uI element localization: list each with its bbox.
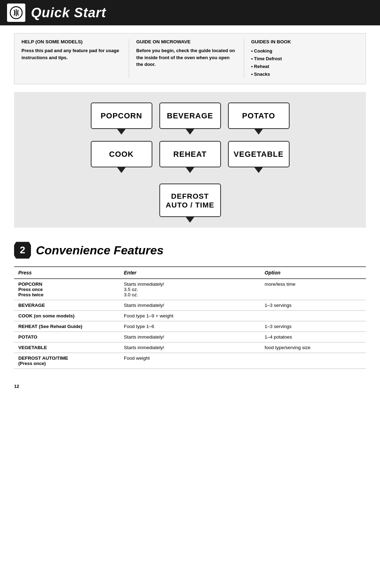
table-row: COOK (on some models)Food type 1–9 + wei… bbox=[14, 311, 366, 321]
press-cell: POTATO bbox=[14, 332, 120, 342]
beverage-label: BEVERAGE bbox=[167, 111, 213, 120]
cook-label: COOK bbox=[109, 150, 134, 159]
enter-cell: Food type 1–6 bbox=[120, 321, 260, 332]
option-cell: 1–3 servings bbox=[260, 321, 366, 332]
guide-item: Cooking bbox=[251, 47, 352, 55]
option-cell: food type/serving size bbox=[260, 342, 366, 353]
buttons-panel: POPCORN BEVERAGE POTATO COOK REHEAT VEGE… bbox=[14, 92, 366, 228]
page-header: Quick Start bbox=[0, 0, 380, 25]
logo-icon bbox=[9, 6, 23, 20]
press-label: POTATO bbox=[18, 334, 37, 340]
enter-cell: Starts immediately! bbox=[120, 342, 260, 353]
press-cell: BEVERAGE bbox=[14, 300, 120, 311]
press-cell: COOK (on some models) bbox=[14, 311, 120, 321]
popcorn-label: POPCORN bbox=[101, 111, 142, 120]
guide-item: Reheat bbox=[251, 63, 352, 70]
help-col-1-title: HELP (on some models) bbox=[21, 39, 122, 44]
help-col-2: GUIDE ON MICROWAVE Before you begin, che… bbox=[136, 39, 244, 78]
press-cell: DEFROST AUTO/TIME(Press once) bbox=[14, 353, 120, 369]
press-cell: POPCORNPress oncePress twice bbox=[14, 279, 120, 300]
press-label: VEGETABLE bbox=[18, 345, 47, 350]
enter-cell: Starts immediately! bbox=[120, 300, 260, 311]
press-label: REHEAT (See Reheat Guide) bbox=[18, 324, 82, 329]
press-label: COOK (on some models) bbox=[18, 313, 75, 318]
help-col-2-body: Before you begin, check the guide locate… bbox=[136, 47, 236, 68]
button-row-2: COOK REHEAT VEGETABLE bbox=[91, 141, 290, 167]
press-label: BEVERAGE bbox=[18, 303, 45, 308]
table-row: POPCORNPress oncePress twiceStarts immed… bbox=[14, 279, 366, 300]
help-col-1-body: Press this pad and any feature pad for u… bbox=[21, 47, 122, 61]
table-row: DEFROST AUTO/TIME(Press once)Food weight bbox=[14, 353, 366, 369]
help-col-3: GUIDES IN BOOK CookingTime DefrostReheat… bbox=[251, 39, 359, 78]
option-cell: 1–3 servings bbox=[260, 300, 366, 311]
vegetable-arrow bbox=[254, 167, 263, 173]
cook-arrow bbox=[117, 167, 126, 173]
table-row: VEGETABLEStarts immediately!food type/se… bbox=[14, 342, 366, 353]
defrost-auto-time-button[interactable]: DEFROSTAUTO / TIME bbox=[159, 184, 221, 217]
button-row-3: DEFROSTAUTO / TIME bbox=[159, 184, 221, 217]
col-enter-header: Enter bbox=[120, 267, 260, 279]
option-cell bbox=[260, 353, 366, 369]
press-sub-label: (Press once) bbox=[18, 361, 46, 366]
brand-logo bbox=[7, 4, 25, 22]
defrost-label: DEFROSTAUTO / TIME bbox=[166, 192, 214, 209]
help-col-1: HELP (on some models) Press this pad and… bbox=[21, 39, 129, 78]
page-number: 12 bbox=[14, 384, 19, 389]
reheat-arrow bbox=[186, 167, 194, 173]
potato-label: POTATO bbox=[242, 111, 275, 120]
table-header-row: Press Enter Option bbox=[14, 267, 366, 279]
page-title: Quick Start bbox=[31, 5, 106, 20]
cook-button[interactable]: COOK bbox=[91, 141, 152, 167]
popcorn-arrow bbox=[117, 129, 126, 135]
defrost-arrow bbox=[186, 217, 194, 223]
reheat-button[interactable]: REHEAT bbox=[159, 141, 221, 167]
table-row: BEVERAGEStarts immediately!1–3 servings bbox=[14, 300, 366, 311]
press-label: POPCORN bbox=[18, 281, 42, 287]
table-row: REHEAT (See Reheat Guide)Food type 1–61–… bbox=[14, 321, 366, 332]
features-table: Press Enter Option POPCORNPress oncePres… bbox=[14, 266, 366, 369]
press-sub-label: Press once bbox=[18, 287, 43, 292]
guide-item: Time Defrost bbox=[251, 55, 352, 63]
option-cell: more/less time bbox=[260, 279, 366, 300]
footer: 12 bbox=[0, 369, 380, 389]
enter-cell: Food type 1–9 + weight bbox=[120, 311, 260, 321]
section2-title: Convenience Features bbox=[36, 243, 164, 257]
help-col-2-title: GUIDE ON MICROWAVE bbox=[136, 39, 236, 44]
press-cell: REHEAT (See Reheat Guide) bbox=[14, 321, 120, 332]
option-cell: 1–4 potatoes bbox=[260, 332, 366, 342]
enter-cell: Starts immediately!3.5 oz.3.0 oz. bbox=[120, 279, 260, 300]
press-sub-label: Press twice bbox=[18, 292, 44, 297]
guide-item: Snacks bbox=[251, 70, 352, 78]
vegetable-label: VEGETABLE bbox=[234, 150, 284, 159]
section2-badge: 2 bbox=[14, 242, 31, 259]
option-cell bbox=[260, 311, 366, 321]
col-press-header: Press bbox=[14, 267, 120, 279]
button-row-1: POPCORN BEVERAGE POTATO bbox=[91, 103, 290, 129]
col-option-header: Option bbox=[260, 267, 366, 279]
table-row: POTATOStarts immediately!1–4 potatoes bbox=[14, 332, 366, 342]
enter-cell: Food weight bbox=[120, 353, 260, 369]
popcorn-button[interactable]: POPCORN bbox=[91, 103, 152, 129]
enter-cell: Starts immediately! bbox=[120, 332, 260, 342]
reheat-label: REHEAT bbox=[173, 150, 207, 159]
help-section: HELP (on some models) Press this pad and… bbox=[14, 33, 366, 84]
press-label: DEFROST AUTO/TIME bbox=[18, 355, 68, 361]
beverage-arrow bbox=[186, 129, 194, 135]
help-col-3-list: CookingTime DefrostReheatSnacks bbox=[251, 47, 352, 78]
beverage-button[interactable]: BEVERAGE bbox=[159, 103, 221, 129]
press-cell: VEGETABLE bbox=[14, 342, 120, 353]
help-col-3-title: GUIDES IN BOOK bbox=[251, 39, 352, 44]
section2-header: 2 Convenience Features bbox=[14, 242, 366, 259]
potato-button[interactable]: POTATO bbox=[228, 103, 290, 129]
potato-arrow bbox=[254, 129, 263, 135]
vegetable-button[interactable]: VEGETABLE bbox=[228, 141, 290, 167]
